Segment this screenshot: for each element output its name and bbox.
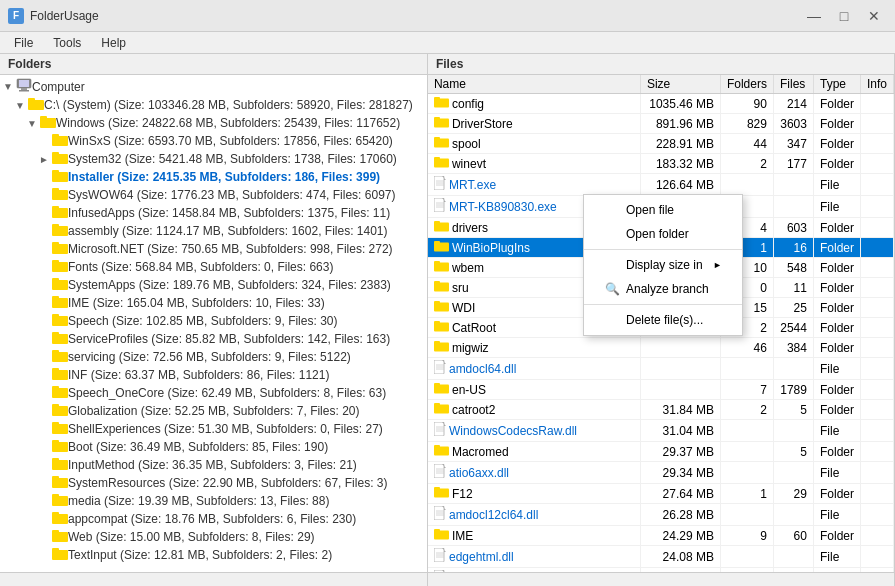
file-link[interactable]: amdocl12cl64.dll: [449, 508, 538, 522]
file-link[interactable]: atio6axx.dll: [449, 466, 509, 480]
svg-rect-47: [52, 476, 59, 480]
maximize-button[interactable]: □: [831, 5, 857, 27]
file-link[interactable]: MRT-KB890830.exe: [449, 200, 557, 214]
svg-rect-110: [434, 487, 440, 491]
tree-item[interactable]: Microsoft.NET (Size: 750.65 MB, Subfolde…: [0, 240, 427, 258]
tree-item[interactable]: SystemApps (Size: 189.76 MB, Subfolders:…: [0, 276, 427, 294]
svg-rect-59: [434, 117, 440, 121]
table-row[interactable]: amdocl12cl64.dll26.28 MBFile: [428, 504, 894, 526]
folders-cell: [720, 504, 773, 526]
tree-item[interactable]: WinSxS (Size: 6593.70 MB, Subfolders: 17…: [0, 132, 427, 150]
column-header-size[interactable]: Size: [640, 75, 720, 94]
svg-rect-5: [28, 98, 35, 102]
column-header-type[interactable]: Type: [813, 75, 860, 94]
tree-item[interactable]: ServiceProfiles (Size: 85.82 MB, Subfold…: [0, 330, 427, 348]
tree-item[interactable]: INF (Size: 63.37 MB, Subfolders: 86, Fil…: [0, 366, 427, 384]
table-row[interactable]: DriverStore891.96 MB8293603Folder: [428, 114, 894, 134]
table-row[interactable]: atio6axx.dll29.34 MBFile: [428, 462, 894, 484]
table-row[interactable]: MRT.exe126.64 MBFile: [428, 174, 894, 196]
folders-hscroll[interactable]: [0, 572, 427, 586]
column-header-files[interactable]: Files: [773, 75, 813, 94]
file-link[interactable]: edgehtml.dll: [449, 550, 514, 564]
svg-rect-81: [434, 281, 440, 285]
table-row[interactable]: edgehtml.dll24.08 MBFile: [428, 546, 894, 568]
tree-item[interactable]: ▼Computer: [0, 77, 427, 96]
minimize-button[interactable]: —: [801, 5, 827, 27]
table-row[interactable]: IME24.29 MB960Folder: [428, 526, 894, 546]
table-row[interactable]: WindowsCodecsRaw.dll31.04 MBFile: [428, 420, 894, 442]
tree-item[interactable]: ShellExperiences (Size: 51.30 MB, Subfol…: [0, 420, 427, 438]
tree-item[interactable]: assembly (Size: 1124.17 MB, Subfolders: …: [0, 222, 427, 240]
context-menu-item-open_folder[interactable]: Open folder: [584, 222, 742, 246]
tree-item[interactable]: Web (Size: 15.00 MB, Subfolders: 8, File…: [0, 528, 427, 546]
tree-item[interactable]: servicing (Size: 72.56 MB, Subfolders: 9…: [0, 348, 427, 366]
tree-item[interactable]: ▼Windows (Size: 24822.68 MB, Subfolders:…: [0, 114, 427, 132]
table-row[interactable]: config1035.46 MB90214Folder: [428, 94, 894, 114]
tree-item[interactable]: SysWOW64 (Size: 1776.23 MB, Subfolders: …: [0, 186, 427, 204]
table-row[interactable]: migwiz46384Folder: [428, 338, 894, 358]
tree-item[interactable]: InfusedApps (Size: 1458.84 MB, Subfolder…: [0, 204, 427, 222]
table-row[interactable]: winevt183.32 MB2177Folder: [428, 154, 894, 174]
tree-item[interactable]: SystemResources (Size: 22.90 MB, Subfold…: [0, 474, 427, 492]
tree-item[interactable]: IME (Size: 165.04 MB, Subfolders: 10, Fi…: [0, 294, 427, 312]
tree-item[interactable]: appcompat (Size: 18.76 MB, Subfolders: 6…: [0, 510, 427, 528]
folders-cell: 9: [720, 526, 773, 546]
table-row[interactable]: catroot231.84 MB25Folder: [428, 400, 894, 420]
table-row[interactable]: F1227.64 MB129Folder: [428, 484, 894, 504]
files-hscroll[interactable]: [428, 572, 894, 586]
tree-item[interactable]: Fonts (Size: 568.84 MB, Subfolders: 0, F…: [0, 258, 427, 276]
menu-help[interactable]: Help: [91, 34, 136, 52]
file-link[interactable]: MRT.exe: [449, 178, 496, 192]
tree-item[interactable]: media (Size: 19.39 MB, Subfolders: 13, F…: [0, 492, 427, 510]
menu-file[interactable]: File: [4, 34, 43, 52]
tree-item-label: SystemApps (Size: 189.76 MB, Subfolders:…: [68, 278, 391, 292]
table-row[interactable]: en-US71789Folder: [428, 380, 894, 400]
menu-tools[interactable]: Tools: [43, 34, 91, 52]
folder-name: DriverStore: [452, 117, 513, 131]
files-cell: 5: [773, 442, 813, 462]
file-name-cell: catroot2: [434, 402, 634, 417]
tree-item[interactable]: Speech_OneCore (Size: 62.49 MB, Subfolde…: [0, 384, 427, 402]
close-button[interactable]: ✕: [861, 5, 887, 27]
info-cell: [860, 546, 893, 568]
folders-tree-container[interactable]: ▼Computer▼C:\ (System) (Size: 103346.28 …: [0, 75, 427, 572]
column-header-name[interactable]: Name: [428, 75, 641, 94]
tree-item-label: InfusedApps (Size: 1458.84 MB, Subfolder…: [68, 206, 390, 220]
table-row[interactable]: Macromed29.37 MB5Folder: [428, 442, 894, 462]
tree-toggle-icon[interactable]: ▼: [12, 100, 28, 111]
tree-toggle-icon[interactable]: ▼: [24, 118, 40, 129]
tree-item[interactable]: Boot (Size: 36.49 MB, Subfolders: 85, Fi…: [0, 438, 427, 456]
context-menu-label: Open folder: [626, 227, 689, 241]
folder-icon: [52, 475, 68, 491]
folder-name: CatRoot: [452, 321, 496, 335]
type-cell: Folder: [813, 526, 860, 546]
size-cell: 24.29 MB: [640, 526, 720, 546]
file-name-cell: en-US: [434, 382, 634, 397]
tree-toggle-icon[interactable]: ►: [36, 154, 52, 165]
file-link[interactable]: WindowsCodecsRaw.dll: [449, 424, 577, 438]
tree-item-label: Globalization (Size: 52.25 MB, Subfolder…: [68, 404, 359, 418]
tree-item[interactable]: Installer (Size: 2415.35 MB, Subfolders:…: [0, 168, 427, 186]
context-menu-item-delete[interactable]: Delete file(s)...: [584, 308, 742, 332]
tree-item[interactable]: ►System32 (Size: 5421.48 MB, Subfolders:…: [0, 150, 427, 168]
info-cell: [860, 238, 893, 258]
tree-item[interactable]: Globalization (Size: 52.25 MB, Subfolder…: [0, 402, 427, 420]
tree-item[interactable]: TextInput (Size: 12.81 MB, Subfolders: 2…: [0, 546, 427, 564]
file-link[interactable]: amdocl64.dll: [449, 362, 516, 376]
tree-item[interactable]: ▼C:\ (System) (Size: 103346.28 MB, Subfo…: [0, 96, 427, 114]
table-row[interactable]: spool228.91 MB44347Folder: [428, 134, 894, 154]
file-name-cell: winevt: [434, 156, 634, 171]
svg-rect-1: [19, 80, 29, 87]
type-cell: Folder: [813, 318, 860, 338]
tree-item[interactable]: Speech (Size: 102.85 MB, Subfolders: 9, …: [0, 312, 427, 330]
folder-icon: [434, 402, 449, 417]
tree-item[interactable]: InputMethod (Size: 36.35 MB, Subfolders:…: [0, 456, 427, 474]
context-menu-item-analyze[interactable]: 🔍Analyze branch: [584, 277, 742, 301]
files-cell: 384: [773, 338, 813, 358]
table-row[interactable]: amdocl64.dllFile: [428, 358, 894, 380]
context-menu-item-display_size[interactable]: Display size in►: [584, 253, 742, 277]
context-menu-item-open_file[interactable]: Open file: [584, 198, 742, 222]
tree-toggle-icon[interactable]: ▼: [0, 81, 16, 92]
column-header-info[interactable]: Info: [860, 75, 893, 94]
column-header-folders[interactable]: Folders: [720, 75, 773, 94]
